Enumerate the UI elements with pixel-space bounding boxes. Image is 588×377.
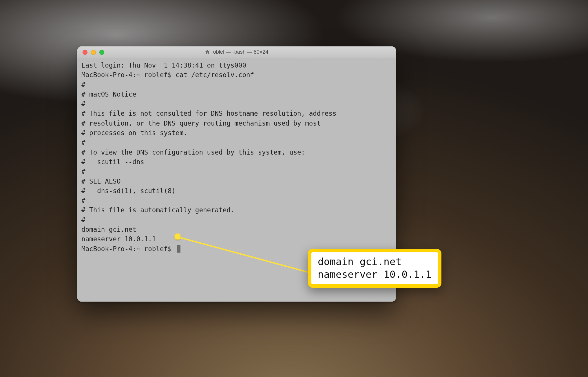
traffic-lights (77, 50, 104, 55)
home-icon (205, 49, 210, 55)
window-titlebar[interactable]: roblef — -bash — 80×24 (77, 46, 396, 58)
window-title: roblef — -bash — 80×24 (77, 49, 396, 55)
terminal-output: Last login: Thu Nov 1 14:38:41 on ttys00… (81, 61, 337, 243)
minimize-button[interactable] (91, 50, 96, 55)
maximize-button[interactable] (99, 50, 104, 55)
callout-line-1: domain gci.net (318, 256, 401, 267)
window-title-text: roblef — -bash — 80×24 (211, 49, 269, 55)
annotation-callout: domain gci.net nameserver 10.0.1.1 (308, 249, 441, 288)
callout-line-2: nameserver 10.0.1.1 (318, 269, 432, 280)
terminal-cursor (177, 245, 180, 253)
terminal-prompt: MacBook-Pro-4:~ roblef$ (81, 245, 176, 253)
desktop-background: roblef — -bash — 80×24 Last login: Thu N… (0, 0, 588, 377)
close-button[interactable] (83, 50, 87, 55)
annotation-dot (175, 234, 180, 240)
